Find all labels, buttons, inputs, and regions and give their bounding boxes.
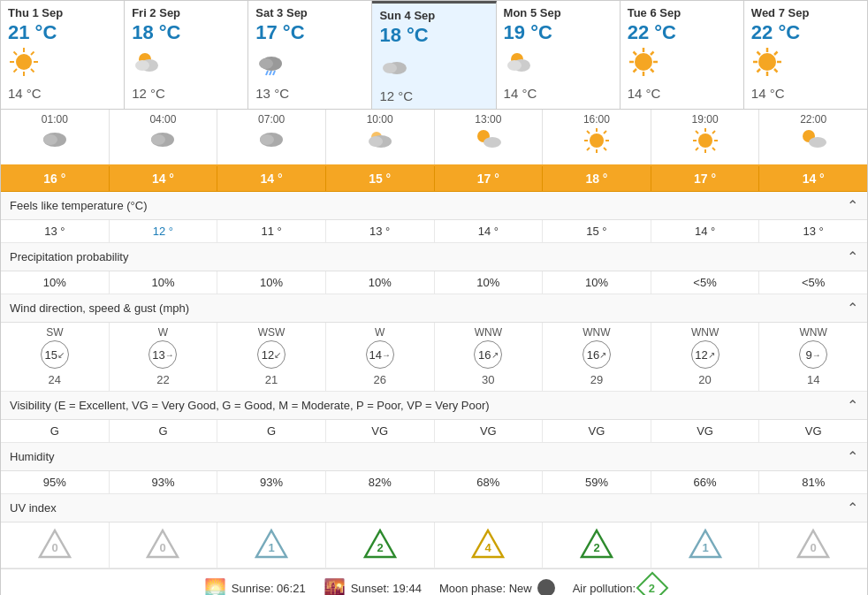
- hour-label-4: 13:00: [440, 113, 537, 126]
- uv-triangle-icon-2: 1: [255, 527, 288, 561]
- wind-speed-cell-3: 14→: [326, 339, 435, 370]
- wind-circle-6: 12↗: [691, 340, 720, 369]
- temp-cell-4: 17 °: [435, 166, 544, 191]
- hour-label-0: 01:00: [6, 113, 103, 126]
- temp-low-6: 14 °C: [751, 86, 860, 101]
- temp-cell-3: 15 °: [326, 166, 435, 191]
- precip-cell-4: 10%: [435, 271, 544, 294]
- wind-gust-cell-2: 21: [217, 370, 326, 391]
- feels-like-cell-3: 13 °: [326, 220, 435, 242]
- day-icon-4: [504, 46, 613, 84]
- sunrise-info: 🌅 Sunrise: 06:21: [204, 577, 306, 595]
- hour-col-3: 10:00: [326, 110, 435, 164]
- temp-high-6: 22 °C: [751, 21, 860, 44]
- wind-header[interactable]: Wind direction, speed & gust (mph) ⌃: [1, 294, 867, 323]
- humidity-chevron: ⌃: [847, 448, 858, 465]
- hour-label-2: 07:00: [223, 113, 320, 126]
- humidity-header[interactable]: Humidity ⌃: [1, 443, 867, 471]
- hour-col-4: 13:00: [435, 110, 544, 164]
- svg-text:4: 4: [485, 541, 492, 554]
- wind-speed-cell-4: 16↗: [435, 339, 544, 370]
- hour-label-7: 22:00: [765, 113, 862, 126]
- humidity-cell-7: 81%: [759, 471, 867, 493]
- svg-text:1: 1: [268, 541, 274, 554]
- day-name-3: Sun 4 Sep: [379, 9, 488, 22]
- uv-triangle-icon-0: 0: [38, 527, 72, 561]
- uv-chevron: ⌃: [847, 500, 858, 516]
- svg-point-31: [758, 53, 776, 71]
- uv-triangle-icon-1: 0: [146, 527, 179, 561]
- svg-text:0: 0: [811, 541, 817, 554]
- wind-gust-cell-5: 29: [543, 370, 651, 391]
- moon-label: Moon phase: New: [439, 582, 532, 595]
- svg-point-0: [16, 54, 32, 70]
- visibility-cell-7: VG: [759, 420, 867, 442]
- temp-low-2: 13 °C: [255, 86, 364, 101]
- feels-like-cell-6: 14 °: [651, 220, 760, 242]
- uv-header[interactable]: UV index ⌃: [1, 494, 867, 523]
- day-icon-1: [132, 46, 240, 84]
- svg-text:0: 0: [160, 541, 166, 554]
- temp-high-4: 19 °C: [504, 21, 613, 44]
- uv-triangle-icon-5: 2: [580, 527, 613, 561]
- hour-icon-0: [6, 127, 103, 152]
- day-col-5[interactable]: Tue 6 Sep 22 °C 14 °C: [621, 1, 744, 109]
- temp-low-5: 14 °C: [628, 86, 736, 101]
- wind-gust-cell-6: 20: [651, 370, 760, 391]
- temp-cell-0: 16 °: [1, 166, 110, 191]
- wind-arrow-4: ↗: [491, 350, 499, 360]
- feels-like-header[interactable]: Feels like temperature (°C) ⌃: [1, 192, 867, 220]
- hour-icon-7: [765, 127, 862, 154]
- air-pollution-label: Air pollution:: [573, 582, 636, 595]
- hour-label-6: 19:00: [657, 113, 754, 126]
- uv-cell-5: 2: [543, 523, 651, 568]
- air-pollution-value: 2: [636, 572, 669, 595]
- uv-triangle-icon-3: 2: [363, 527, 397, 561]
- humidity-row: 95%93%93%82%68%59%66%81%: [1, 471, 867, 494]
- feels-like-cell-2: 11 °: [217, 220, 326, 242]
- svg-text:0: 0: [51, 541, 57, 554]
- temp-high-1: 18 °C: [132, 21, 240, 44]
- wind-speed-cell-0: 15↙: [1, 339, 110, 370]
- feels-like-cell-5: 15 °: [543, 220, 651, 242]
- humidity-cell-1: 93%: [110, 471, 218, 493]
- wind-gust-cell-7: 14: [759, 370, 867, 391]
- svg-point-41: [43, 134, 57, 145]
- day-col-0[interactable]: Thu 1 Sep 21 °C 14 °C: [1, 1, 125, 109]
- humidity-cell-3: 82%: [326, 471, 435, 493]
- humidity-cell-4: 68%: [435, 471, 544, 493]
- wind-dir-cell-7: WNW: [759, 323, 867, 339]
- svg-point-70: [809, 137, 826, 148]
- wind-circle-2: 12↙: [257, 340, 286, 369]
- wind-gust-row: 2422212630292014: [1, 370, 867, 392]
- day-icon-6: [751, 46, 860, 84]
- visibility-cell-3: VG: [326, 420, 435, 442]
- day-col-1[interactable]: Fri 2 Sep 18 °C 12 °C: [125, 1, 248, 109]
- info-bar: 🌅 Sunrise: 06:21 🌇 Sunset: 19:44 Moon ph…: [1, 568, 867, 595]
- temp-low-4: 14 °C: [504, 86, 613, 101]
- temp-low-3: 12 °C: [379, 88, 488, 103]
- day-name-1: Fri 2 Sep: [132, 6, 240, 19]
- day-col-6[interactable]: Wed 7 Sep 22 °C 14 °C: [744, 1, 867, 109]
- wind-dir-cell-0: SW: [1, 323, 110, 339]
- precipitation-header[interactable]: Precipitation probability ⌃: [1, 243, 867, 271]
- wind-direction-row: SWWWSWWWNWWNWWNWWNW: [1, 323, 867, 339]
- svg-line-65: [696, 131, 698, 133]
- precip-cell-2: 10%: [217, 271, 326, 294]
- svg-point-50: [483, 137, 501, 148]
- visibility-header[interactable]: Visibility (E = Excellent, VG = Very Goo…: [1, 392, 867, 420]
- day-col-2[interactable]: Sat 3 Sep 17 °C 13 °C: [248, 1, 372, 109]
- hour-col-1: 04:00: [110, 110, 218, 164]
- svg-text:2: 2: [593, 541, 599, 554]
- temperature-row: 16 °14 °14 °15 °17 °18 °17 °14 °: [1, 166, 867, 192]
- temp-cell-1: 14 °: [110, 166, 218, 191]
- uv-triangle-icon-6: 1: [689, 527, 722, 561]
- svg-point-11: [135, 60, 149, 71]
- wind-speed-cell-1: 13→: [110, 339, 218, 370]
- moon-info: Moon phase: New: [439, 579, 555, 595]
- day-col-3[interactable]: Sun 4 Sep 18 °C 12 °C: [372, 1, 496, 109]
- temp-high-3: 18 °C: [379, 24, 488, 47]
- wind-dir-cell-5: WNW: [543, 323, 651, 339]
- day-col-4[interactable]: Mon 5 Sep 19 °C 14 °C: [497, 1, 621, 109]
- hour-icon-1: [115, 127, 212, 152]
